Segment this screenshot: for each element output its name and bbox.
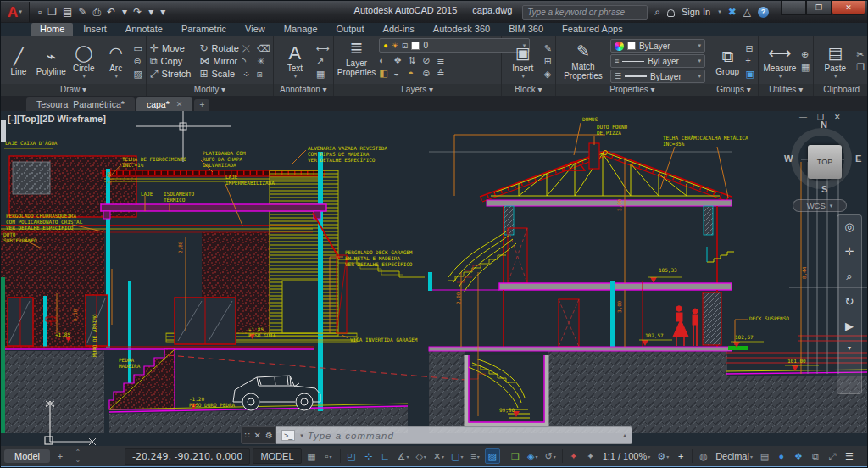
mirror-button[interactable]: ⋈Mirror xyxy=(199,55,238,67)
new-layout-button[interactable]: + xyxy=(53,448,68,464)
status-ortho-icon[interactable]: ∟ xyxy=(378,448,393,464)
new-file-tab-button[interactable]: + xyxy=(194,99,209,111)
layer-properties-button[interactable]: ≣ Layer Properties xyxy=(337,38,376,77)
panel-title-utilities[interactable]: Utilities ▾ xyxy=(759,84,813,96)
status-isodraft-icon[interactable]: ◇▾ xyxy=(413,448,428,464)
fillet-icon[interactable]: ◝ xyxy=(242,56,255,67)
viewcube-east[interactable]: E xyxy=(855,153,861,164)
array-icon[interactable]: ⁘ xyxy=(242,69,255,80)
close-command-icon[interactable]: ✕ xyxy=(254,431,261,440)
status-annotation-visibility-icon[interactable]: ✦ xyxy=(566,448,581,464)
viewcube-south[interactable]: S xyxy=(821,184,827,194)
erase-icon[interactable]: ⌫ xyxy=(257,43,270,54)
layer-freeze-tool-icon[interactable]: ⇅ xyxy=(408,55,420,66)
layer-state-icon[interactable]: ≙ xyxy=(437,68,449,79)
drawing-canvas[interactable]: [-][Top][2D Wireframe] xyxy=(1,111,868,446)
navbar-more-icon[interactable]: ▾ xyxy=(848,344,851,352)
model-layout-tab[interactable]: Model xyxy=(4,449,50,463)
ribbon-tab-bim-360[interactable]: BIM 360 xyxy=(500,23,552,36)
ungroup-icon[interactable]: ⊟ xyxy=(746,43,754,54)
table-icon[interactable]: ▦ xyxy=(316,69,330,80)
ribbon-tab-home[interactable]: Home xyxy=(31,23,73,36)
ribbon-tab-parametric[interactable]: Parametric xyxy=(173,23,235,36)
ellipse-icon[interactable]: ⊜ xyxy=(134,56,142,67)
panel-title-modify[interactable]: Modify ▾ xyxy=(147,84,273,96)
application-menu-button[interactable]: A ▾ xyxy=(1,2,30,22)
search-icon[interactable]: ⌕ xyxy=(654,6,660,18)
file-tab-close-icon[interactable]: ✕ xyxy=(176,100,183,109)
exchange-apps-icon[interactable]: ✖ xyxy=(728,6,737,18)
status-isolate-objects-icon[interactable]: ◍ xyxy=(696,448,711,464)
cut-icon[interactable]: ✂ xyxy=(856,49,865,60)
save-as-icon[interactable]: ✎ xyxy=(78,6,86,18)
status-performance-icon[interactable]: ⧉ xyxy=(808,448,823,464)
help-icon[interactable]: ? xyxy=(758,7,769,18)
plot-icon[interactable]: ⎙ xyxy=(92,6,101,18)
show-motion-icon[interactable]: ▶ xyxy=(845,320,854,332)
circle-button[interactable]: ◯Circle▾ xyxy=(70,43,98,80)
redo-icon[interactable]: ↷ xyxy=(133,6,142,18)
status-hardware-acceleration-icon[interactable]: ❖ xyxy=(791,448,806,464)
id-point-icon[interactable]: ⊕ xyxy=(801,49,810,60)
status-infer-constraints-icon[interactable]: ◰ xyxy=(344,448,359,464)
paste-button[interactable]: ▤Paste▾ xyxy=(817,43,853,80)
command-history-icon[interactable]: ▴ xyxy=(623,432,626,439)
nav-wheel-icon[interactable]: ◎ xyxy=(844,220,854,233)
trim-icon[interactable]: ⤬ xyxy=(242,43,255,54)
doc-close-icon[interactable]: ✕ xyxy=(834,113,841,121)
offset-icon[interactable]: ⧈ xyxy=(257,69,270,80)
ribbon-tab-output[interactable]: Output xyxy=(328,23,373,36)
lineweight-dropdown[interactable]: ☰ ByLayer ▾ xyxy=(610,70,705,83)
layout-overflow-icon[interactable]: ⌃⌄ xyxy=(70,448,86,464)
viewport-controls[interactable]: [-][Top][2D Wireframe] xyxy=(8,114,106,124)
panel-title-properties[interactable]: Properties ▾ xyxy=(556,84,709,96)
panel-title-annotation[interactable]: Annotation ▾ xyxy=(274,84,333,96)
leader-icon[interactable]: ↗ xyxy=(316,56,330,67)
status-transparency-icon[interactable]: ▨ xyxy=(485,448,500,464)
layer-on-all-icon[interactable]: ◓ xyxy=(408,68,420,79)
rotate-button[interactable]: ↻Rotate xyxy=(199,42,238,54)
polyline-button[interactable]: ⌁Polyline xyxy=(36,47,66,76)
rectangle-icon[interactable]: ▭ xyxy=(134,43,142,54)
minimize-button[interactable]: — xyxy=(781,1,806,15)
layer-make-current-icon[interactable]: ◧ xyxy=(379,68,392,79)
status-lineweight-display-icon[interactable]: ≡▾ xyxy=(468,448,483,464)
undo-caret-icon[interactable]: ▾ xyxy=(122,6,127,18)
object-color-dropdown[interactable]: ByLayer ▾ xyxy=(610,39,705,53)
wcs-menu[interactable]: WCS▾ xyxy=(793,199,847,212)
ribbon-tab-featured-apps[interactable]: Featured Apps xyxy=(554,23,632,36)
status-object-snap-icon[interactable]: ▢▾ xyxy=(448,448,465,464)
status-selection-cycling-icon[interactable]: ❏ xyxy=(508,448,523,464)
status-dynamic-input-icon[interactable]: ⊹ xyxy=(361,448,376,464)
sign-in-caret-icon[interactable]: ▾ xyxy=(718,8,721,15)
text-button[interactable]: AText▾ xyxy=(277,43,313,80)
layer-unisolate-icon[interactable]: ❖ xyxy=(393,55,406,66)
status-osnap-3d-icon[interactable]: ◈▾ xyxy=(525,448,540,464)
new-icon[interactable]: ▫ xyxy=(38,6,42,18)
status-annotation-monitor-icon[interactable]: + xyxy=(673,448,688,464)
status-dynamic-ucs-icon[interactable]: ↺▾ xyxy=(542,448,558,464)
layer-match-icon[interactable]: ≣ xyxy=(437,55,449,66)
status-polar-tracking-icon[interactable]: ∡▾ xyxy=(395,448,412,464)
file-tab-tesoura-param-trica-[interactable]: Tesoura_Paramétrica* xyxy=(26,98,135,111)
linetype-dropdown[interactable]: ≡ ByLayer ▾ xyxy=(610,54,705,68)
status-workspace-switching-icon[interactable]: ⚙▾ xyxy=(654,448,671,464)
command-input[interactable]: >_ ▾ Type a command ▴ xyxy=(276,426,632,444)
zoom-icon[interactable]: ⌕ xyxy=(846,270,852,283)
ribbon-tab-autodesk-360[interactable]: Autodesk 360 xyxy=(425,23,498,36)
panel-title-layers[interactable]: Layers ▾ xyxy=(334,84,501,96)
status-grid-icon[interactable]: ▦ xyxy=(304,448,320,464)
viewcube-top-face[interactable]: TOP xyxy=(808,145,842,179)
orbit-icon[interactable]: ↻ xyxy=(845,295,854,308)
pan-icon[interactable]: ✛ xyxy=(845,245,854,258)
status-snap-mode-icon[interactable]: ▫▾ xyxy=(321,448,337,464)
insert-button[interactable]: ▣Insert▾ xyxy=(505,43,541,80)
status-quick-properties-icon[interactable]: ▤ xyxy=(757,448,772,464)
layer-isolate-icon[interactable]: ◐ xyxy=(379,55,392,66)
panel-title-draw[interactable]: Draw ▾ xyxy=(1,84,146,96)
qat-customize-caret-icon[interactable]: ▾ xyxy=(160,6,165,18)
ribbon-tab-view[interactable]: View xyxy=(236,23,274,36)
model-space-button[interactable]: MODEL xyxy=(253,448,301,464)
viewcube-west[interactable]: W xyxy=(784,153,793,164)
block-edit-icon[interactable]: ✎ xyxy=(544,43,552,54)
